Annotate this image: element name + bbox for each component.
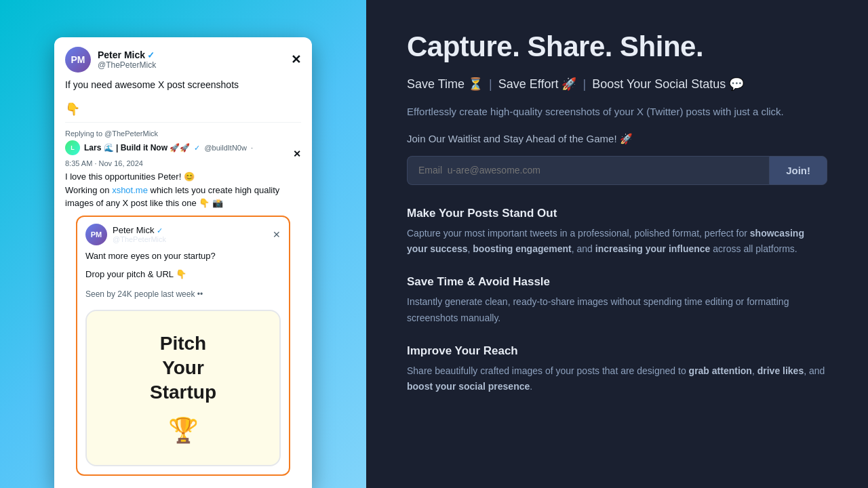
join-button[interactable]: Join!	[769, 156, 827, 185]
phone-frame: PM Peter Mick ✓ @ThePeterMick ✕ If you n…	[54, 37, 312, 488]
reply-link[interactable]: xshot.me	[112, 185, 148, 195]
inner-user-row: PM Peter Mick ✓ @ThePeterMick	[85, 224, 166, 245]
tweet-user: PM Peter Mick ✓ @ThePeterMick	[65, 47, 156, 73]
reply-header: L Lars 🌊 | Build it Now 🚀🚀 ✓ @buildItN0w…	[65, 140, 301, 167]
tagline-sep2: |	[583, 77, 589, 91]
feature-stand-out-title: Make Your Posts Stand Out	[407, 207, 827, 220]
feature-stand-out-desc: Capture your most important tweets in a …	[407, 226, 827, 258]
tagline-save-effort: Save Effort 🚀	[498, 77, 577, 91]
tweet-body: If you need awesome X post screenshots	[54, 78, 312, 99]
inner-user-name: Peter Mick ✓	[113, 225, 166, 235]
main-tweet-card: PM Peter Mick ✓ @ThePeterMick ✕ If you n…	[54, 37, 312, 488]
inner-user-info: Peter Mick ✓ @ThePeterMick	[113, 225, 166, 243]
feature-stand-out: Make Your Posts Stand Out Capture your m…	[407, 207, 827, 258]
email-form: Join!	[407, 156, 827, 185]
pitch-card: PitchYourStartup 🏆	[85, 310, 281, 466]
reply-body-line2: Working on xshot.me which lets you creat…	[65, 184, 301, 210]
verified-icon: ✓	[147, 50, 155, 60]
inner-tweet-line1: Want more eyes on your startup?	[77, 249, 289, 268]
trophy-icon: 🏆	[168, 416, 199, 445]
tagline-boost: Boost Your Social Status 💬	[592, 77, 744, 91]
pitch-text: PitchYourStartup	[150, 331, 216, 405]
waitlist-line: Join Our Waitlist and Stay Ahead of the …	[407, 133, 827, 145]
inner-verified-icon: ✓	[157, 226, 163, 235]
bold-drive-likes: drive likes	[757, 365, 804, 376]
description: Effortlessly create high-quality screens…	[407, 103, 827, 121]
reply-name: Lars 🌊 | Build it Now 🚀🚀	[84, 143, 190, 152]
right-panel: Capture. Share. Shine. Save Time ⏳ | Sav…	[366, 0, 868, 488]
tweet-emoji: 👇	[54, 99, 312, 122]
reply-time: ·	[251, 144, 253, 152]
inner-user-handle: @ThePeterMick	[113, 235, 166, 243]
feature-save-time-title: Save Time & Avoid Hassle	[407, 275, 827, 289]
feature-improve-reach: Improve Your Reach Share beautifully cra…	[407, 344, 827, 396]
bold-grab-attention: grab attention	[689, 365, 752, 376]
feature-improve-reach-desc: Share beautifully crafted images of your…	[407, 363, 827, 396]
reply-user-line: L Lars 🌊 | Build it Now 🚀🚀 ✓ @buildItN0w…	[65, 140, 293, 167]
left-panel: PM Peter Mick ✓ @ThePeterMick ✕ If you n…	[0, 0, 366, 488]
inner-tweet-line2: Drop your pitch & URL 👇	[77, 268, 289, 287]
inner-tweet-header: PM Peter Mick ✓ @ThePeterMick ✕	[77, 217, 289, 249]
user-info: Peter Mick ✓ @ThePeterMick	[98, 49, 156, 70]
tweet-header: PM Peter Mick ✓ @ThePeterMick ✕	[54, 37, 312, 78]
bold-influence: increasing your influence	[595, 243, 711, 254]
reply-to-line: Replying to @ThePeterMick	[65, 129, 301, 138]
reply-avatar: L	[65, 140, 80, 155]
inner-avatar: PM	[85, 224, 107, 245]
feature-save-time-desc: Instantly generate clean, ready-to-share…	[407, 294, 827, 327]
feature-improve-reach-title: Improve Your Reach	[407, 344, 827, 358]
email-input[interactable]	[407, 156, 769, 185]
tagline: Save Time ⏳ | Save Effort 🚀 | Boost Your…	[407, 75, 827, 94]
tagline-sep1: |	[489, 77, 496, 91]
tagline-save-time: Save Time ⏳	[407, 77, 483, 91]
inner-tweet: PM Peter Mick ✓ @ThePeterMick ✕ Want m	[76, 216, 290, 476]
inner-close-icon[interactable]: ✕	[273, 230, 281, 239]
reply-tweet: Replying to @ThePeterMick L Lars 🌊 | Bui…	[54, 123, 312, 488]
feature-save-time: Save Time & Avoid Hassle Instantly gener…	[407, 275, 827, 327]
reply-verified-icon: ✓	[194, 144, 200, 152]
bold-social-presence: boost your social presence	[407, 381, 530, 392]
close-icon[interactable]: ✕	[291, 54, 301, 66]
reply-close-icon[interactable]: ✕	[293, 149, 301, 159]
reply-body-line1: I love this opportunities Peter! 😊	[65, 170, 301, 184]
headline: Capture. Share. Shine.	[407, 30, 827, 63]
avatar: PM	[65, 47, 91, 73]
reply-timestamp: 8:35 AM · Nov 16, 2024	[65, 159, 143, 167]
inner-tweet-stats: Seen by 24K people last week ••	[77, 287, 289, 304]
user-name: Peter Mick ✓	[98, 49, 156, 60]
bold-engagement: boosting engagement	[473, 243, 571, 254]
user-handle: @ThePeterMick	[98, 60, 156, 70]
reply-handle: @buildItN0w	[204, 144, 247, 152]
